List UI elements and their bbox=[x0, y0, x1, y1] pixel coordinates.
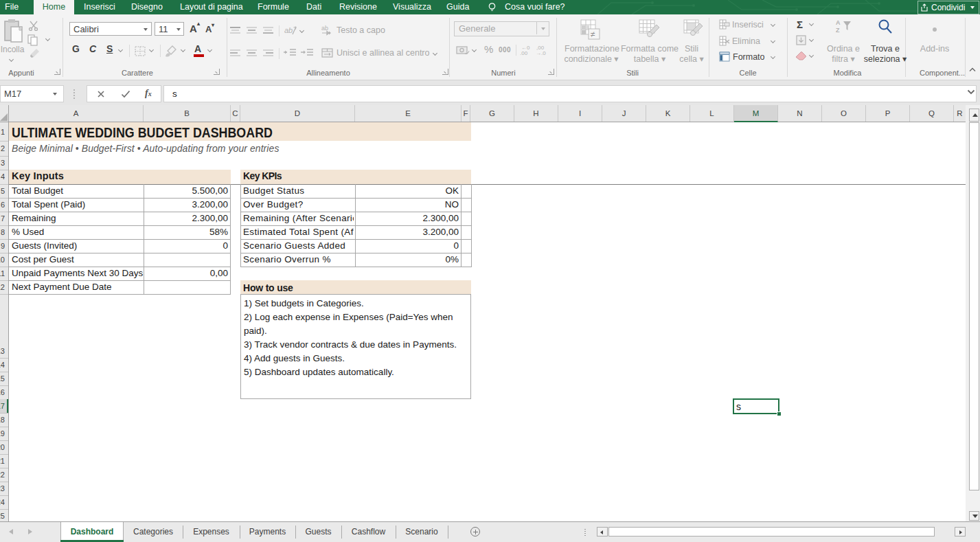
svg-text:Z: Z bbox=[836, 27, 840, 34]
svg-text:≠: ≠ bbox=[591, 30, 595, 39]
svg-text:A: A bbox=[836, 19, 841, 26]
svg-text:,00: ,00 bbox=[520, 50, 528, 55]
svg-text:ab: ab bbox=[321, 25, 328, 32]
svg-text:→,0: →,0 bbox=[536, 50, 546, 55]
svg-text:ab: ab bbox=[284, 26, 293, 34]
